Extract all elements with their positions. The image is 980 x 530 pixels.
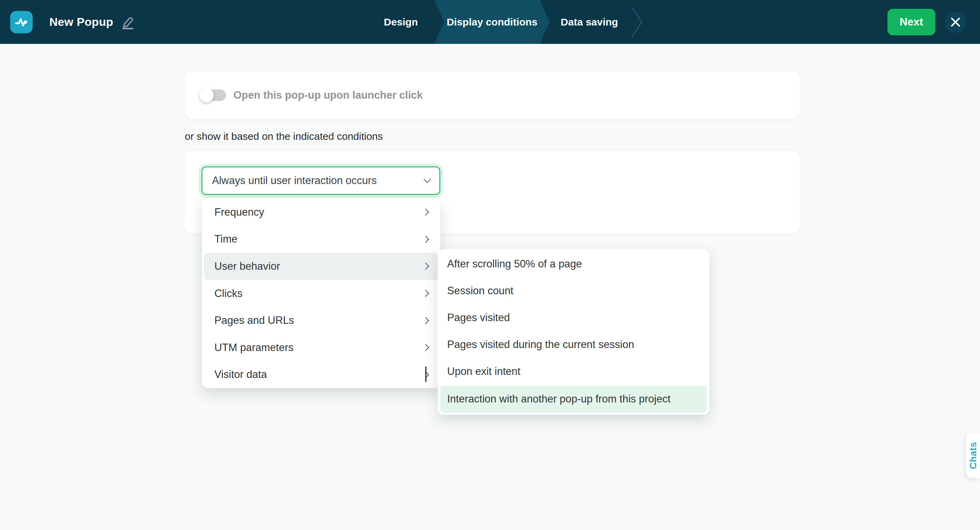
submenu-item-after-scrolling[interactable]: After scrolling 50% of a page — [438, 251, 710, 277]
submenu-item-label: Session count — [447, 285, 514, 297]
menu-item-label: Time — [215, 233, 237, 245]
submenu-item-label: Upon exit intent — [447, 365, 520, 378]
submenu-item-label: Interaction with another pop-up from thi… — [447, 393, 671, 405]
menu-item-label: UTM parameters — [215, 341, 294, 354]
menu-item-visitor-data[interactable]: Visitor data — [202, 361, 440, 388]
submenu-item-label: Pages visited during the current session — [447, 338, 634, 351]
chevron-right-icon — [422, 344, 429, 351]
tab-data-saving[interactable]: Data saving — [550, 0, 629, 44]
menu-item-clicks[interactable]: Clicks — [202, 280, 440, 307]
popup-builder-window: New Popup Design Display conditions Data… — [0, 0, 980, 530]
menu-item-utm-parameters[interactable]: UTM parameters — [202, 334, 440, 361]
menu-item-time[interactable]: Time — [202, 226, 440, 253]
submenu-item-session-count[interactable]: Session count — [438, 277, 710, 304]
tab-design[interactable]: Design — [368, 0, 434, 44]
menu-item-user-behavior[interactable]: User behavior — [204, 253, 438, 280]
chevron-right-icon — [422, 263, 429, 270]
submenu-item-label: Pages visited — [447, 312, 510, 324]
page-title: New Popup — [49, 15, 113, 29]
close-button[interactable] — [945, 11, 966, 33]
next-button[interactable]: Next — [888, 9, 935, 35]
condition-select[interactable]: Always until user interaction occurs — [202, 167, 440, 195]
launcher-toggle-card: Open this pop-up upon launcher click — [185, 71, 800, 119]
submenu-item-exit-intent[interactable]: Upon exit intent — [438, 358, 710, 385]
menu-item-label: Frequency — [215, 206, 264, 218]
topbar-actions: Next — [888, 0, 966, 44]
launcher-toggle-label: Open this pop-up upon launcher click — [234, 89, 423, 102]
submenu-item-pages-visited-session[interactable]: Pages visited during the current session — [438, 331, 710, 358]
toggle-knob — [199, 88, 214, 102]
chevron-right-icon — [422, 317, 429, 324]
menu-item-frequency[interactable]: Frequency — [202, 199, 440, 226]
menu-item-label: Clicks — [215, 287, 243, 300]
close-icon — [950, 17, 961, 27]
edit-title-icon[interactable] — [121, 14, 135, 30]
condition-select-value: Always until user interaction occurs — [212, 175, 377, 187]
submenu-item-pages-visited[interactable]: Pages visited — [438, 304, 710, 331]
chevron-separator-icon — [631, 6, 643, 38]
chevron-down-icon — [424, 176, 431, 183]
brand: New Popup — [10, 0, 135, 44]
chevron-right-icon — [422, 236, 429, 243]
user-behavior-submenu: After scrolling 50% of a page Session co… — [438, 249, 710, 415]
condition-category-menu: Frequency Time User behavior Clicks Page… — [202, 199, 440, 388]
chats-tab[interactable]: Chats — [966, 433, 980, 478]
chevron-right-icon — [422, 290, 429, 297]
chats-tab-label: Chats — [968, 442, 978, 469]
menu-item-label: User behavior — [215, 260, 280, 273]
submenu-item-label: After scrolling 50% of a page — [447, 258, 582, 270]
launcher-click-toggle[interactable] — [201, 89, 226, 101]
menu-item-label: Visitor data — [215, 368, 267, 381]
chevron-right-icon — [422, 208, 429, 216]
conditions-intro-text: or show it based on the indicated condit… — [185, 130, 383, 143]
text-cursor — [425, 367, 426, 382]
submenu-item-interaction-other-popup[interactable]: Interaction with another pop-up from thi… — [440, 386, 707, 413]
menu-item-label: Pages and URLs — [215, 314, 294, 327]
topbar: New Popup Design Display conditions Data… — [0, 0, 980, 44]
app-logo-icon — [10, 11, 33, 33]
menu-item-pages-and-urls[interactable]: Pages and URLs — [202, 307, 440, 334]
wizard-steps: Design Display conditions Data saving — [368, 0, 643, 44]
tab-display-conditions[interactable]: Display conditions — [434, 0, 550, 44]
